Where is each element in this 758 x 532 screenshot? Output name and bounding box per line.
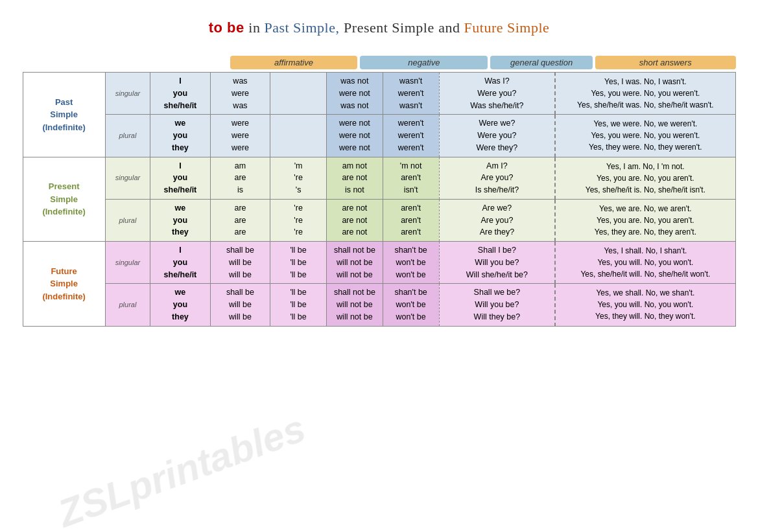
aff-full-future-sg: shall bewill bewill be [210, 242, 270, 284]
table-row: plural weyouthey werewerewere were notwe… [23, 115, 735, 157]
title-in: in [248, 19, 264, 36]
gq-past-pl: Were we?Were you?Were they? [439, 115, 555, 157]
page-wrapper: to be in Past Simple, Present Simple and… [23, 19, 736, 327]
pronoun-we-future: weyouthey [150, 284, 211, 326]
watermark: ZSLprintables [52, 406, 311, 532]
gq-present-pl: Are we?Are you?Are they? [439, 199, 555, 241]
aff-short-future-pl: 'll be'll be'll be [270, 284, 327, 326]
neg-full-past-pl: were notwere notwere not [327, 115, 383, 157]
section-label-present: PresentSimple(Indefinite) [23, 157, 105, 242]
pronoun-i-past: Iyoushe/he/it [150, 73, 211, 115]
table-row: FutureSimple(Indefinite) singular Iyoush… [23, 242, 735, 284]
page-title: to be in Past Simple, Present Simple and… [23, 19, 736, 36]
pronoun-we-past: weyouthey [150, 115, 211, 157]
neg-full-present-pl: are notare notare not [327, 199, 383, 241]
title-present-prefix: Present Simple [344, 19, 434, 36]
aff-full-past-sg: waswerewas [210, 73, 270, 115]
number-singular-present: singular [105, 157, 150, 199]
sa-past-pl: Yes, we were. No, we weren't.Yes, you we… [555, 115, 735, 157]
neg-short-future-sg: shan't bewon't bewon't be [383, 242, 439, 284]
neg-full-future-sg: shall not bewill not bewill not be [327, 242, 383, 284]
table-row: plural weyouthey shall bewill bewill be … [23, 284, 735, 326]
section-future: FutureSimple(Indefinite) singular Iyoush… [23, 242, 735, 327]
title-future: Future Simple [464, 19, 550, 36]
sa-future-pl: Yes, we shall. No, we shan't.Yes, you wi… [555, 284, 735, 326]
aff-short-past-sg [270, 73, 327, 115]
section-past: PastSimple(Indefinite) singular Iyoushe/… [23, 73, 735, 157]
pronoun-we-present: weyouthey [150, 199, 211, 241]
col-header-affirmative: affirmative [230, 56, 358, 69]
table-row: PresentSimple(Indefinite) singular Iyous… [23, 157, 735, 199]
neg-full-past-sg: was notwere notwas not [327, 73, 383, 115]
aff-full-past-pl: werewerewere [210, 115, 270, 157]
neg-short-future-pl: shan't bewon't bewon't be [383, 284, 439, 326]
neg-full-present-sg: am notare notis not [327, 157, 383, 199]
aff-short-present-pl: 're're're [270, 199, 327, 241]
table-row: PastSimple(Indefinite) singular Iyoushe/… [23, 73, 735, 115]
neg-short-past-pl: weren'tweren'tweren't [383, 115, 439, 157]
neg-short-present-sg: 'm notaren'tisn't [383, 157, 439, 199]
main-table: PastSimple(Indefinite) singular Iyoushe/… [23, 72, 736, 327]
section-label-future: FutureSimple(Indefinite) [23, 242, 105, 327]
neg-full-future-pl: shall not bewill not bewill not be [327, 284, 383, 326]
col-header-short-answers: short answers [595, 56, 736, 69]
aff-full-future-pl: shall bewill bewill be [210, 284, 270, 326]
sa-present-pl: Yes, we are. No, we aren't.Yes, you are.… [555, 199, 735, 241]
sa-past-sg: Yes, I was. No, I wasn't.Yes, you were. … [555, 73, 735, 115]
neg-short-present-pl: aren'taren'taren't [383, 199, 439, 241]
section-present: PresentSimple(Indefinite) singular Iyous… [23, 157, 735, 242]
column-headers: affirmative negative general question sh… [230, 56, 736, 69]
gq-past-sg: Was I?Were you?Was she/he/it? [439, 73, 555, 115]
title-past: Past Simple, [264, 19, 339, 36]
number-plural-future: plural [105, 284, 150, 326]
number-singular-past: singular [105, 73, 150, 115]
section-label-past: PastSimple(Indefinite) [23, 73, 105, 157]
number-plural-past: plural [105, 115, 150, 157]
table-row: plural weyouthey areareare 're're're are… [23, 199, 735, 241]
pronoun-i-future: Iyoushe/he/it [150, 242, 211, 284]
aff-short-past-pl [270, 115, 327, 157]
gq-present-sg: Am I?Are you?Is she/he/it? [439, 157, 555, 199]
number-plural-present: plural [105, 199, 150, 241]
col-header-general-question: general question [490, 56, 593, 69]
gq-future-sg: Shall I be?Will you be?Will she/he/it be… [439, 242, 555, 284]
pronoun-i-present: Iyoushe/he/it [150, 157, 211, 199]
number-singular-future: singular [105, 242, 150, 284]
aff-full-present-pl: areareare [210, 199, 270, 241]
col-header-negative: negative [360, 56, 488, 69]
sa-future-sg: Yes, I shall. No, I shan't.Yes, you will… [555, 242, 735, 284]
sa-present-sg: Yes, I am. No, I 'm not.Yes, you are. No… [555, 157, 735, 199]
neg-short-past-sg: wasn'tweren'twasn't [383, 73, 439, 115]
title-to-be: to be [209, 19, 244, 36]
gq-future-pl: Shall we be?Will you be?Will they be? [439, 284, 555, 326]
aff-full-present-sg: amareis [210, 157, 270, 199]
title-and: and [438, 19, 464, 36]
aff-short-future-sg: 'll be'll be'll be [270, 242, 327, 284]
aff-short-present-sg: 'm're's [270, 157, 327, 199]
